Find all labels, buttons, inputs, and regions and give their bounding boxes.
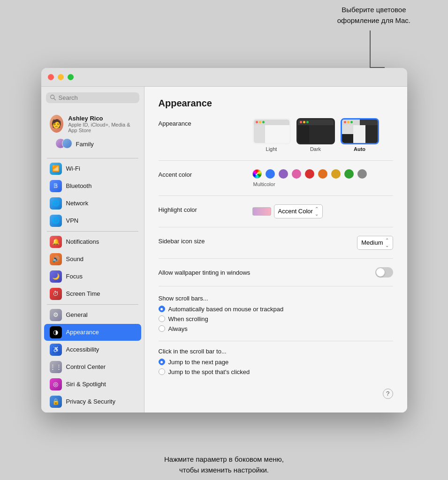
help-button[interactable]: ?: [383, 389, 393, 399]
svg-line-1: [53, 98, 55, 100]
sidebar-item-network[interactable]: 🌐Network: [44, 195, 141, 212]
scroll-auto-option[interactable]: Automatically based on mouse or trackpad: [159, 306, 393, 313]
dropdown-arrow-size: ⌃⌄: [385, 238, 389, 248]
scroll-always-label: Always: [168, 325, 188, 332]
highlight-color-row: Highlight color Accent Color ⌃⌄: [159, 204, 393, 227]
click-scroll-options: Jump to the next page Jump to the spot t…: [159, 359, 393, 375]
sidebar-icon-size-dropdown[interactable]: Medium ⌃⌄: [357, 236, 393, 250]
search-input[interactable]: [59, 94, 136, 101]
accent-dot-red[interactable]: [305, 169, 314, 179]
family-label: Family: [76, 141, 94, 148]
close-button[interactable]: [48, 74, 54, 80]
titlebar: [41, 68, 407, 87]
wallpaper-tinting-row: Allow wallpaper tinting in windows: [159, 267, 393, 286]
click-spot-radio[interactable]: [159, 368, 165, 375]
minimize-button[interactable]: [58, 74, 64, 80]
sidebar-item-screentime[interactable]: ⏱Screen Time: [44, 285, 141, 302]
appearance-label: Appearance: [159, 118, 252, 127]
scroll-auto-radio[interactable]: [159, 306, 165, 312]
appearance-option-auto[interactable]: Auto: [341, 118, 379, 152]
sidebar-item-label-wifi: Wi-Fi: [66, 165, 80, 172]
accent-dot-multicolor[interactable]: [252, 169, 262, 179]
page-title: Appearance: [159, 98, 393, 109]
highlight-color-label: Highlight color: [159, 204, 252, 213]
scroll-always-radio[interactable]: [159, 325, 165, 332]
scroll-when-radio[interactable]: [159, 315, 165, 322]
click-scroll-bar-header: Click in the scroll bar to...: [159, 348, 393, 355]
maximize-button[interactable]: [68, 74, 74, 80]
accent-color-row: Accent color Multicolor: [159, 169, 393, 196]
sidebar-icon-size-row: Sidebar icon size Medium ⌃⌄: [159, 236, 393, 259]
sidebar-item-label-notifications: Notifications: [66, 238, 99, 245]
sidebar-item-bluetooth[interactable]: 𝔹Bluetooth: [44, 178, 141, 195]
accent-dot-yellow[interactable]: [331, 169, 341, 179]
sidebar-item-appearance[interactable]: ◑Appearance: [44, 324, 141, 341]
notifications-icon: 🔔: [50, 236, 62, 248]
accent-dot-blue[interactable]: [266, 169, 275, 179]
scroll-bars-header: Show scroll bars...: [159, 295, 393, 302]
wallpaper-tinting-toggle[interactable]: [375, 267, 393, 278]
sidebar-item-accessibility[interactable]: ♿Accessibility: [44, 341, 141, 358]
sidebar-item-label-sound: Sound: [66, 255, 84, 262]
appearance-thumb-dark: [296, 118, 335, 144]
toggle-knob: [376, 268, 385, 277]
appearance-options: Light Dark: [252, 118, 393, 152]
appearance-label-dark: Dark: [310, 146, 321, 152]
appearance-option-dark[interactable]: Dark: [296, 118, 335, 152]
siri-icon: ◎: [50, 378, 62, 390]
sidebar-item-label-siri: Siri & Spotlight: [66, 381, 106, 388]
appearance-thumb-light: [252, 118, 291, 144]
scroll-always-option[interactable]: Always: [159, 325, 393, 332]
sidebar-item-notifications[interactable]: 🔔Notifications: [44, 233, 141, 250]
click-next-page-option[interactable]: Jump to the next page: [159, 359, 393, 366]
accent-dot-orange[interactable]: [318, 169, 327, 179]
accent-dot-pink[interactable]: [292, 169, 301, 179]
sound-icon: 🔊: [50, 253, 62, 265]
appearance-option-light[interactable]: Light: [252, 118, 291, 152]
sidebar: 🧑 Ashley Rico Apple ID, iCloud+, Media &…: [41, 87, 144, 412]
sidebar-item-focus[interactable]: 🌙Focus: [44, 268, 141, 285]
accent-dot-purple[interactable]: [279, 169, 288, 179]
click-spot-label: Jump to the spot that's clicked: [168, 368, 250, 375]
sidebar-items: 📶Wi-Fi𝔹Bluetooth🌐Network🌐VPN🔔Notificatio…: [41, 160, 144, 410]
sidebar-item-label-vpn: VPN: [66, 217, 79, 224]
click-next-page-radio[interactable]: [159, 359, 165, 365]
sidebar-item-family[interactable]: Family: [50, 136, 136, 153]
sidebar-item-label-accessibility: Accessibility: [66, 346, 99, 353]
sidebar-item-wifi[interactable]: 📶Wi-Fi: [44, 160, 141, 177]
sidebar-item-vpn[interactable]: 🌐VPN: [44, 212, 141, 229]
sidebar-item-controlcenter[interactable]: ⋮⋮Control Center: [44, 359, 141, 375]
sidebar-item-label-privacy: Privacy & Security: [66, 398, 115, 405]
sidebar-item-general[interactable]: ⚙General: [44, 307, 141, 323]
accent-dot-green[interactable]: [344, 169, 354, 179]
sidebar-item-label-screentime: Screen Time: [66, 290, 100, 297]
sidebar-icon-size-label: Sidebar icon size: [159, 236, 252, 245]
bluetooth-icon: 𝔹: [50, 180, 62, 192]
sidebar-icon-size-value: Medium: [361, 239, 383, 246]
sidebar-item-siri[interactable]: ◎Siri & Spotlight: [44, 376, 141, 393]
appearance-options-list: Light Dark: [252, 118, 379, 152]
sidebar-item-label-focus: Focus: [66, 273, 83, 280]
appearance-label-auto: Auto: [354, 146, 365, 152]
highlight-color-value: Accent Color: [278, 208, 313, 215]
family-icons: [55, 138, 72, 150]
scroll-bars-options: Automatically based on mouse or trackpad…: [159, 306, 393, 332]
highlight-color-dropdown[interactable]: Accent Color ⌃⌄: [274, 204, 323, 218]
vpn-icon: 🌐: [50, 215, 62, 227]
click-scroll-bar-section: Click in the scroll bar to... Jump to th…: [159, 348, 393, 375]
appearance-icon: ◑: [50, 326, 62, 338]
sidebar-item-sound[interactable]: 🔊Sound: [44, 251, 141, 268]
sidebar-item-privacy[interactable]: 🔒Privacy & Security: [44, 393, 141, 410]
appearance-thumb-auto: [341, 118, 379, 144]
screentime-icon: ⏱: [50, 288, 62, 300]
annotation-bottom: Нажмите параметр в боковом меню, чтобы и…: [164, 454, 284, 475]
click-spot-option[interactable]: Jump to the spot that's clicked: [159, 368, 393, 375]
sidebar-item-profile[interactable]: 🧑 Ashley Rico Apple ID, iCloud+, Media &…: [47, 112, 138, 135]
accent-dot-graphite[interactable]: [357, 169, 367, 179]
main-content: Appearance Appearance Light: [144, 87, 407, 412]
search-box[interactable]: [46, 92, 139, 103]
scroll-when-option[interactable]: When scrolling: [159, 315, 393, 322]
sidebar-item-label-network: Network: [66, 200, 89, 207]
sidebar-item-label-appearance: Appearance: [66, 329, 99, 336]
scroll-when-label: When scrolling: [168, 315, 208, 322]
